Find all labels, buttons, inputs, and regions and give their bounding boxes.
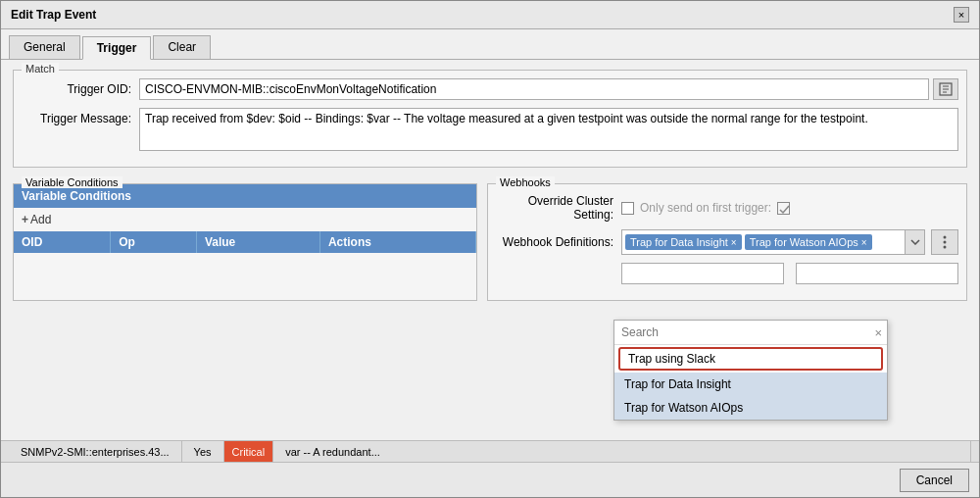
trigger-oid-row: Trigger OID: bbox=[22, 78, 958, 100]
tab-bar: General Trigger Clear bbox=[1, 29, 979, 60]
status-bar: SNMPv2-SMI::enterprises.43... Yes Critic… bbox=[1, 440, 979, 462]
plus-icon: + bbox=[22, 213, 28, 226]
tag-label: Trap for Watson AIOps bbox=[750, 236, 858, 248]
svg-point-6 bbox=[944, 246, 947, 249]
tab-clear[interactable]: Clear bbox=[153, 35, 211, 59]
webhook-definitions-label: Webhook Definitions: bbox=[496, 235, 613, 249]
dropdown-item-watson-aiops[interactable]: Trap for Watson AIOps bbox=[614, 396, 887, 420]
webhook-extra-input[interactable] bbox=[621, 263, 784, 284]
trigger-message-input[interactable]: Trap received from $dev: $oid -- Binding… bbox=[139, 108, 958, 151]
webhook-actions-button[interactable] bbox=[931, 229, 958, 255]
status-critical: Critical bbox=[224, 441, 274, 462]
override-cluster-row: Override Cluster Setting: Only send on f… bbox=[496, 194, 958, 222]
webhook-extra-row bbox=[496, 263, 958, 284]
tag-label: Trap for Data Insight bbox=[630, 236, 728, 248]
col-actions: Actions bbox=[319, 231, 475, 253]
dropdown-item-slack[interactable]: Trap using Slack bbox=[618, 347, 883, 371]
only-send-label: Only send on first trigger: bbox=[640, 201, 771, 215]
webhook-dropdown-trigger[interactable] bbox=[906, 229, 925, 255]
status-yes: Yes bbox=[182, 441, 224, 462]
tab-general[interactable]: General bbox=[9, 35, 80, 59]
add-label: Add bbox=[30, 213, 51, 226]
status-oid: SNMPv2-SMI::enterprises.43... bbox=[9, 441, 182, 462]
tag-trap-watson-aiops: Trap for Watson AIOps × bbox=[745, 234, 872, 250]
dialog-footer: Cancel bbox=[1, 462, 979, 497]
trigger-oid-browse-button[interactable] bbox=[933, 78, 958, 100]
col-oid: OID bbox=[14, 231, 111, 253]
main-area: Variable Conditions Variable Conditions … bbox=[13, 175, 967, 301]
dialog-titlebar: Edit Trap Event × bbox=[1, 1, 979, 29]
override-cluster-checkbox[interactable] bbox=[621, 202, 634, 215]
trigger-oid-label: Trigger OID: bbox=[22, 78, 139, 96]
col-value: Value bbox=[196, 231, 319, 253]
dropdown-item-data-insight[interactable]: Trap for Data Insight bbox=[614, 373, 887, 396]
dialog-title: Edit Trap Event bbox=[11, 8, 96, 22]
cancel-button[interactable]: Cancel bbox=[900, 469, 969, 492]
edit-trap-event-dialog: Edit Trap Event × General Trigger Clear … bbox=[0, 0, 980, 498]
svg-point-4 bbox=[944, 236, 947, 239]
override-cluster-label: Override Cluster Setting: bbox=[496, 194, 613, 222]
col-op: Op bbox=[111, 231, 197, 253]
webhooks-label: Webhooks bbox=[496, 176, 555, 188]
add-condition-button[interactable]: + Add bbox=[22, 213, 51, 226]
webhook-tags-container: Trap for Data Insight × Trap for Watson … bbox=[621, 229, 906, 255]
tag-remove-watson-aiops[interactable]: × bbox=[861, 237, 867, 248]
webhook-dropdown-panel: × Trap using Slack Trap for Data Insight… bbox=[613, 320, 888, 421]
only-send-checkbox[interactable] bbox=[777, 202, 790, 215]
vc-section-label: Variable Conditions bbox=[22, 176, 122, 188]
svg-point-5 bbox=[944, 241, 947, 244]
trigger-oid-input[interactable] bbox=[139, 78, 929, 100]
close-button[interactable]: × bbox=[954, 7, 969, 23]
variable-conditions-box: Variable Conditions Variable Conditions … bbox=[13, 183, 477, 301]
search-box-row: × bbox=[614, 321, 887, 345]
webhook-extra-input2[interactable] bbox=[796, 263, 958, 284]
trigger-message-row: Trigger Message: Trap received from $dev… bbox=[22, 108, 958, 151]
webhook-search-input[interactable] bbox=[619, 324, 870, 341]
match-section: Match Trigger OID: Trigger Message: Trap… bbox=[13, 70, 967, 168]
status-note: var -- A redundant... bbox=[273, 441, 971, 462]
variable-conditions-table: OID Op Value Actions bbox=[14, 231, 476, 253]
trigger-message-label: Trigger Message: bbox=[22, 108, 139, 125]
tag-trap-data-insight: Trap for Data Insight × bbox=[625, 234, 742, 250]
webhooks-box: Webhooks Override Cluster Setting: Only … bbox=[487, 183, 967, 301]
tab-trigger[interactable]: Trigger bbox=[82, 36, 152, 60]
search-clear-icon[interactable]: × bbox=[874, 325, 882, 340]
vc-toolbar: + Add bbox=[14, 208, 476, 231]
tag-remove-data-insight[interactable]: × bbox=[731, 237, 737, 248]
dialog-body: Match Trigger OID: Trigger Message: Trap… bbox=[1, 60, 979, 477]
webhook-definitions-row: Webhook Definitions: Trap for Data Insig… bbox=[496, 229, 958, 255]
match-label: Match bbox=[22, 63, 59, 75]
